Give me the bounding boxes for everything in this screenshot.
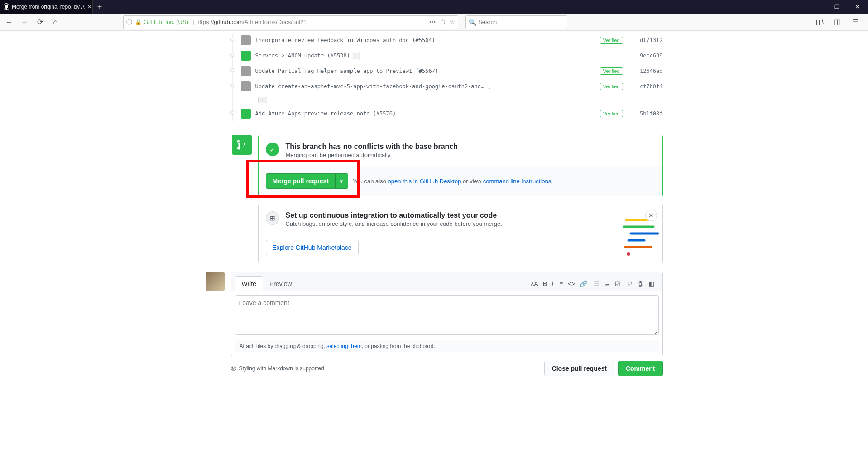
ci-title: Set up continuous integration to automat…: [286, 211, 502, 220]
code-icon[interactable]: <>: [568, 280, 575, 287]
commit-message[interactable]: Incorporate review feedback in Windows a…: [255, 37, 600, 43]
commit-message[interactable]: Add Azure Apps preview release note (#55…: [255, 110, 600, 117]
link-icon[interactable]: 🔗: [580, 280, 587, 287]
explore-marketplace-button[interactable]: Explore GitHub Marketplace: [266, 240, 359, 255]
merge-options-dropdown[interactable]: ▾: [335, 173, 348, 189]
marketplace-icon: ⊞: [266, 211, 279, 225]
github-favicon: [4, 3, 9, 10]
comment-textarea[interactable]: [235, 295, 659, 335]
sidebar-icon[interactable]: ◫: [831, 16, 844, 29]
comment-button[interactable]: Comment: [618, 361, 663, 376]
saved-icon[interactable]: ◧: [648, 280, 654, 287]
commit-message[interactable]: Update Partial Tag Helper sample app to …: [255, 68, 600, 74]
tab-write[interactable]: Write: [235, 276, 263, 291]
commit-avatar: [241, 81, 251, 91]
comment-toolbar: AA B i ❝ <> 🔗 ☰ ⅏: [531, 280, 659, 287]
reply-icon[interactable]: ↩: [627, 280, 633, 287]
comment-box: Write Preview AA B i ❝ <> 🔗: [231, 272, 663, 356]
library-icon[interactable]: ⫼\: [813, 16, 825, 29]
command-line-link[interactable]: command line instructions: [483, 178, 551, 185]
commit-row: Servers > ANCM update (#5538)…9ecc699: [240, 48, 663, 63]
url-bar[interactable]: ⓘ 🔒 GitHub, Inc. (US) | https://github.c…: [123, 15, 458, 29]
browser-navbar: ← → ⟳ ⌂ ⓘ 🔒 GitHub, Inc. (US) | https://…: [0, 14, 868, 31]
markdown-icon: Ⓜ: [231, 365, 236, 372]
expand-icon[interactable]: …: [258, 97, 267, 103]
merge-status-box: ✓ This branch has no conflicts with the …: [258, 135, 663, 196]
ul-icon[interactable]: ☰: [594, 280, 599, 287]
quote-icon[interactable]: ❝: [560, 280, 563, 287]
nav-back-button[interactable]: ←: [3, 16, 15, 29]
ci-suggestion-box: ✕ ⊞ Set up continuous integration to aut…: [258, 204, 663, 263]
menu-icon[interactable]: ☰: [849, 16, 862, 29]
ol-icon[interactable]: ⅏: [604, 280, 610, 287]
verified-badge: Verified: [600, 67, 623, 75]
url-host: github.com: [214, 19, 243, 25]
select-files-link[interactable]: selecting them: [326, 343, 361, 349]
nav-forward-button: →: [18, 16, 31, 29]
commit-avatar: [241, 51, 251, 61]
lock-icon: 🔒: [135, 19, 142, 25]
new-tab-button[interactable]: +: [93, 2, 106, 12]
commit-sha[interactable]: 9ecc699: [636, 53, 663, 59]
merge-pull-request-button[interactable]: Merge pull request: [266, 173, 335, 189]
check-icon: ✓: [266, 143, 279, 156]
commit-message[interactable]: Update create-an-aspnet-mvc-5-app-with-f…: [255, 83, 600, 90]
close-pr-button[interactable]: Close pull request: [544, 361, 614, 376]
commit-avatar: [241, 109, 251, 119]
browser-tab[interactable]: Merge from original repo. by A ✕: [0, 0, 93, 14]
search-icon: 🔍: [469, 19, 476, 26]
merge-status-subtitle: Merging can be performed automatically.: [286, 152, 458, 158]
commit-avatar: [241, 66, 251, 76]
merge-status-title: This branch has no conflicts with the ba…: [286, 143, 458, 151]
commit-row: Add Azure Apps preview release note (#55…: [240, 106, 663, 121]
info-icon[interactable]: ⓘ: [126, 18, 132, 26]
url-organization: GitHub, Inc. (US): [144, 19, 188, 25]
window-titlebar: Merge from original repo. by A ✕ + — ❐ ✕: [0, 0, 868, 14]
commit-row: Update Partial Tag Helper sample app to …: [240, 63, 663, 79]
commit-message[interactable]: Servers > ANCM update (#5538)…: [255, 53, 636, 59]
commit-sha[interactable]: cf7b0f4: [636, 83, 663, 90]
merge-status-icon: [232, 135, 252, 155]
merge-alt-text: You can also open this in GitHub Desktop…: [353, 178, 553, 185]
commit-sha[interactable]: df713f2: [636, 37, 663, 43]
open-in-desktop-link[interactable]: open this in GitHub Desktop: [388, 178, 461, 185]
commit-avatar: [241, 35, 251, 45]
search-input[interactable]: [478, 19, 564, 25]
verified-badge: Verified: [600, 83, 623, 90]
nav-home-button[interactable]: ⌂: [49, 16, 62, 29]
markdown-note: Ⓜ Styling with Markdown is supported: [231, 365, 324, 372]
tab-close-icon[interactable]: ✕: [87, 4, 92, 10]
pocket-icon[interactable]: ⬡: [440, 19, 445, 25]
mention-icon[interactable]: @: [637, 280, 643, 287]
url-protocol: https://: [196, 19, 214, 25]
commit-sha[interactable]: 12646ad: [636, 68, 663, 74]
italic-icon[interactable]: i: [552, 280, 553, 287]
nav-reload-button[interactable]: ⟳: [34, 16, 46, 29]
bookmark-star-icon[interactable]: ☆: [450, 19, 455, 25]
page-action-icon[interactable]: •••: [429, 19, 436, 25]
commit-row: Incorporate review feedback in Windows a…: [240, 33, 663, 48]
ci-subtitle: Catch bugs, enforce style, and increase …: [286, 220, 502, 227]
tab-title: Merge from original repo. by A: [12, 4, 85, 10]
window-close-button[interactable]: ✕: [847, 0, 868, 14]
verified-badge: Verified: [600, 110, 623, 117]
bold-icon[interactable]: B: [543, 280, 547, 287]
url-path: /AdrienTorris/Docs/pull/1: [243, 19, 307, 25]
current-user-avatar: [206, 272, 225, 291]
task-icon[interactable]: ☑: [615, 280, 621, 287]
tab-preview[interactable]: Preview: [263, 277, 298, 291]
ci-decoration: [622, 213, 662, 258]
commits-list: Incorporate review feedback in Windows a…: [240, 33, 663, 121]
heading-icon[interactable]: AA: [531, 280, 538, 287]
window-minimize-button[interactable]: —: [806, 0, 826, 14]
browser-search-bar[interactable]: 🔍: [465, 15, 567, 29]
attach-hint: Attach files by dragging & dropping, sel…: [235, 340, 659, 352]
window-maximize-button[interactable]: ❐: [826, 0, 847, 14]
commit-row: Update create-an-aspnet-mvc-5-app-with-f…: [240, 79, 663, 94]
ci-dismiss-button[interactable]: ✕: [645, 210, 657, 221]
expand-icon[interactable]: …: [353, 53, 360, 59]
svg-point-0: [627, 252, 630, 256]
commit-sha[interactable]: 5b1f08f: [636, 110, 663, 117]
verified-badge: Verified: [600, 37, 623, 44]
